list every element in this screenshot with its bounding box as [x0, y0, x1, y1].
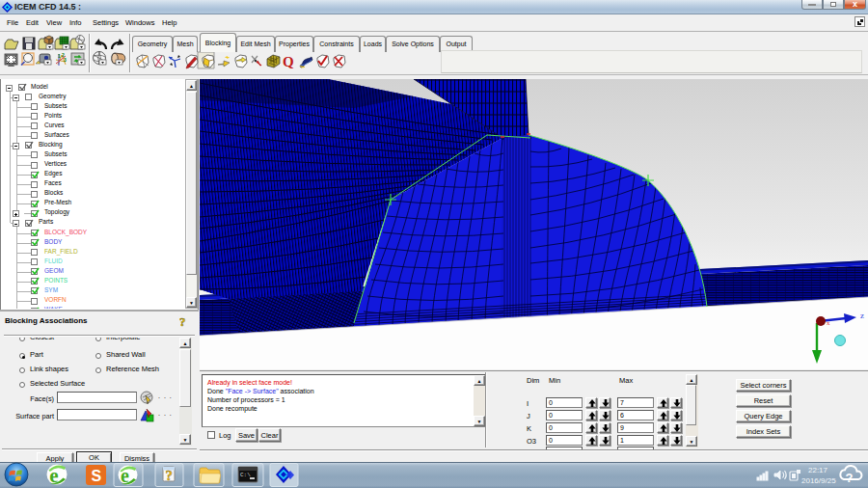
svg-text:S: S	[92, 468, 102, 484]
svg-text:?: ?	[846, 471, 854, 485]
svg-text:2016/9/25: 2016/9/25	[801, 476, 836, 485]
svg-text:?: ?	[166, 468, 174, 483]
svg-text:Q: Q	[283, 54, 294, 69]
svg-text:x: x	[827, 319, 830, 327]
svg-text:C:\: C:\	[240, 472, 251, 478]
svg-text:3: 3	[64, 57, 67, 63]
svg-text:?: ?	[179, 314, 186, 329]
svg-text:22:17: 22:17	[808, 466, 828, 474]
svg-text:z: z	[860, 311, 864, 320]
svg-text:1: 1	[58, 53, 61, 59]
